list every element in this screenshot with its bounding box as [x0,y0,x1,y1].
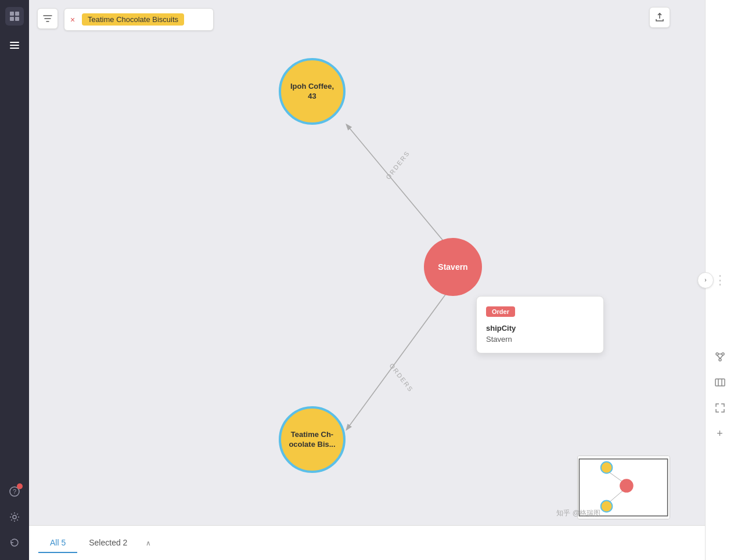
app-logo[interactable] [5,7,24,26]
svg-rect-27 [715,379,725,386]
node-stavern-label: Stavern [438,262,467,272]
svg-point-9 [13,515,16,519]
svg-text:ORDERS: ORDERS [388,362,415,393]
svg-text:?: ? [13,488,16,495]
tab-all[interactable]: All 5 [38,533,77,553]
history-icon[interactable] [4,532,25,553]
menu-icon[interactable] [4,35,25,56]
help-icon[interactable]: ? [4,481,25,502]
svg-point-18 [620,479,634,493]
bottom-panel: All 5 Selected 2 ∧ [29,525,705,560]
svg-point-22 [722,353,724,355]
zoom-in-icon[interactable]: + [710,423,731,444]
svg-rect-6 [10,48,19,49]
svg-line-12 [347,284,453,429]
tooltip-field-value: Stavern [486,335,594,344]
node-tooltip: Order shipCity Stavern [476,296,604,353]
right-panel-toggle[interactable]: › [697,272,714,288]
panel-chevron[interactable]: ∧ [146,539,151,547]
svg-rect-2 [10,17,14,21]
svg-point-19 [601,501,613,512]
svg-rect-1 [15,12,19,16]
svg-point-17 [601,462,613,474]
node-ipoh-coffee[interactable]: Ipoh Coffee,43 [279,58,346,125]
right-panel: › ⋮ + [705,0,734,560]
node-teatime-chocolate[interactable]: Teatime Ch-ocolate Bis... [279,406,346,473]
sidebar: ? [0,0,29,560]
help-badge [17,483,23,489]
node-ipoh-label: Ipoh Coffee,43 [290,82,334,102]
fullscreen-icon[interactable] [710,398,731,418]
node-stavern[interactable]: Stavern [424,238,482,296]
watermark: 知乎 @格瑞图 [556,508,600,518]
svg-line-25 [717,355,720,359]
svg-text:ORDERS: ORDERS [384,149,411,180]
svg-line-26 [720,355,723,359]
search-tag-label: Teatime Chocolate Biscuits [82,13,184,26]
svg-point-21 [716,353,718,355]
map-icon[interactable] [710,372,731,393]
svg-rect-5 [10,45,19,46]
export-button[interactable] [649,7,670,28]
svg-point-23 [719,359,721,361]
dots-decoration: ⋮ [714,274,726,287]
search-tag-close-button[interactable]: × [70,15,75,24]
settings-icon[interactable] [4,507,25,528]
node-teatime-label: Teatime Ch-ocolate Bis... [289,430,335,450]
graph-layout-icon[interactable] [710,346,731,367]
main-canvas: × Teatime Chocolate Biscuits ORDERS ORDE… [29,0,705,560]
svg-rect-3 [15,17,19,21]
svg-line-10 [347,125,453,252]
tab-selected[interactable]: Selected 2 [77,533,139,553]
svg-rect-4 [10,42,19,43]
svg-rect-0 [10,12,14,16]
search-tag-container: × Teatime Chocolate Biscuits [64,8,214,31]
tooltip-field-label: shipCity [486,324,594,333]
filter-button[interactable] [37,8,58,29]
tooltip-badge: Order [486,306,515,317]
